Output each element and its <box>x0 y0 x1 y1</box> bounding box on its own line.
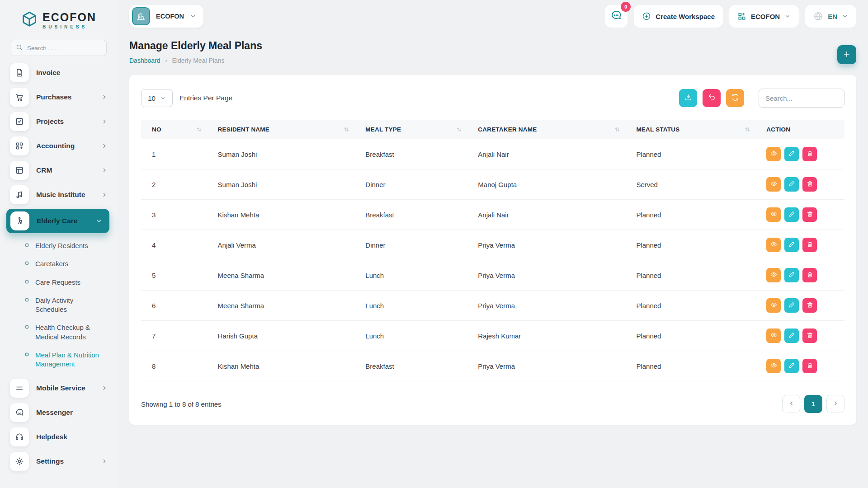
meal-type: Lunch <box>359 321 472 351</box>
pencil-icon <box>788 180 795 188</box>
chevron-right-icon <box>101 94 108 100</box>
delete-button[interactable] <box>802 207 817 222</box>
column-header-no[interactable]: NO <box>141 120 212 139</box>
main-content: ECOFON 0 Create Workspace <box>117 0 868 488</box>
pagination-next-button[interactable] <box>826 395 844 413</box>
table-card: 10 Entries Per Page <box>129 75 856 425</box>
edit-button[interactable] <box>784 147 799 161</box>
view-button[interactable] <box>766 238 781 252</box>
delete-button[interactable] <box>802 147 817 161</box>
delete-button[interactable] <box>802 177 817 192</box>
chevron-right-icon <box>101 458 108 465</box>
circle-bullet-icon <box>24 352 29 357</box>
brand-logo: ECOFON BUSINESS <box>0 7 117 33</box>
sidebar-subitem-caretakers[interactable]: Caretakers <box>0 255 117 273</box>
edit-button[interactable] <box>784 268 799 282</box>
action-cell <box>760 321 844 351</box>
delete-button[interactable] <box>802 238 817 252</box>
pagination-prev-button[interactable] <box>782 395 800 413</box>
sidebar-subitem-meal-plan-nutrition-management[interactable]: Meal Plan & Nutrition Management <box>0 346 117 374</box>
sidebar-item-purchases[interactable]: Purchases <box>0 85 117 109</box>
sidebar-search[interactable] <box>10 40 107 56</box>
sort-icon <box>456 126 462 133</box>
row-no: 1 <box>141 139 212 169</box>
sidebar-item-label: Accounting <box>36 142 94 150</box>
sidebar-item-crm[interactable]: CRM <box>0 158 117 183</box>
sidebar-item-projects[interactable]: Projects <box>0 109 117 134</box>
sidebar-item-accounting[interactable]: Accounting <box>0 134 117 158</box>
meal-type: Dinner <box>359 169 472 200</box>
column-header-meal-type[interactable]: MEAL TYPE <box>359 120 472 139</box>
view-button[interactable] <box>766 268 781 282</box>
caretaker-name: Anjali Nair <box>472 200 630 230</box>
column-header-caretaker-name[interactable]: CARETAKER NAME <box>472 120 630 139</box>
sidebar-search-input[interactable] <box>26 44 101 52</box>
sidebar-subitem-label: Meal Plan & Nutrition Management <box>35 351 102 369</box>
view-button[interactable] <box>766 328 781 343</box>
sort-icon <box>614 126 621 133</box>
sidebar-subitem-health-checkup-medical-records[interactable]: Health Checkup & Medical Records <box>0 319 117 346</box>
person-cane-icon <box>10 211 29 230</box>
sidebar-item-helpdesk[interactable]: Helpdesk <box>0 425 117 449</box>
workspace-avatar <box>132 7 150 25</box>
edit-button[interactable] <box>784 359 799 373</box>
export-button[interactable] <box>679 89 697 107</box>
view-button[interactable] <box>766 207 781 222</box>
caretaker-name: Priya Verma <box>472 230 630 260</box>
delete-button[interactable] <box>802 298 817 313</box>
globe-icon <box>813 11 823 21</box>
edit-button[interactable] <box>784 177 799 192</box>
sidebar-subitem-label: Daily Activity Schedules <box>35 296 102 314</box>
refresh-button[interactable] <box>726 89 744 107</box>
sidebar-subitem-elderly-residents[interactable]: Elderly Residents <box>0 237 117 255</box>
music-note-icon <box>10 185 29 204</box>
per-page-value: 10 <box>148 94 156 102</box>
organization-selector[interactable]: ECOFON <box>729 5 799 28</box>
meal-type: Breakfast <box>359 200 472 230</box>
create-workspace-button[interactable]: Create Workspace <box>634 5 723 28</box>
app-root: ECOFON BUSINESS InvoicePurchasesProjects… <box>0 0 868 488</box>
sidebar-subitem-daily-activity-schedules[interactable]: Daily Activity Schedules <box>0 291 117 319</box>
view-button[interactable] <box>766 359 781 373</box>
meal-type: Lunch <box>359 291 472 321</box>
edit-button[interactable] <box>784 207 799 222</box>
sidebar-subitem-care-requests[interactable]: Care Requests <box>0 273 117 291</box>
column-header-meal-status[interactable]: MEAL STATUS <box>630 120 760 139</box>
sidebar-item-settings[interactable]: Settings <box>0 449 117 474</box>
meal-status: Planned <box>630 321 760 351</box>
sidebar-item-invoice[interactable]: Invoice <box>0 61 117 85</box>
column-header-resident-name[interactable]: RESIDENT NAME <box>212 120 359 139</box>
chevron-right-icon <box>101 167 108 174</box>
gear-icon <box>10 452 29 471</box>
delete-button[interactable] <box>802 268 817 282</box>
edit-button[interactable] <box>784 298 799 313</box>
table-search-input[interactable] <box>759 89 844 108</box>
language-selector[interactable]: EN <box>805 5 856 28</box>
meal-type: Breakfast <box>359 139 472 169</box>
sidebar-item-mobile-service[interactable]: Mobile Service <box>0 376 117 400</box>
workspace-selector[interactable]: ECOFON <box>129 5 203 28</box>
undo-button[interactable] <box>703 89 721 107</box>
chat-button[interactable]: 0 <box>605 5 627 28</box>
edit-button[interactable] <box>784 238 799 252</box>
delete-button[interactable] <box>802 359 817 373</box>
chevron-right-icon <box>101 385 108 391</box>
pagination-page-1-button[interactable]: 1 <box>804 395 822 413</box>
view-button[interactable] <box>766 177 781 192</box>
chevron-down-icon <box>842 13 848 19</box>
edit-button[interactable] <box>784 328 799 343</box>
refresh-icon <box>731 94 739 103</box>
sidebar-item-label: Music Institute <box>36 191 94 199</box>
delete-button[interactable] <box>802 328 817 343</box>
entries-per-page-select[interactable]: 10 <box>141 89 173 107</box>
sidebar-item-elderly-care[interactable]: Elderly Care <box>6 209 109 233</box>
view-button[interactable] <box>766 298 781 313</box>
add-meal-plan-button[interactable] <box>837 45 856 64</box>
breadcrumb-dashboard-link[interactable]: Dashboard <box>129 57 160 64</box>
circle-bullet-icon <box>24 261 29 266</box>
sidebar-item-messenger[interactable]: Messenger <box>0 400 117 425</box>
row-no: 2 <box>141 169 212 200</box>
resident-name: Suman Joshi <box>212 139 359 169</box>
sidebar-item-music-institute[interactable]: Music Institute <box>0 183 117 207</box>
view-button[interactable] <box>766 147 781 161</box>
